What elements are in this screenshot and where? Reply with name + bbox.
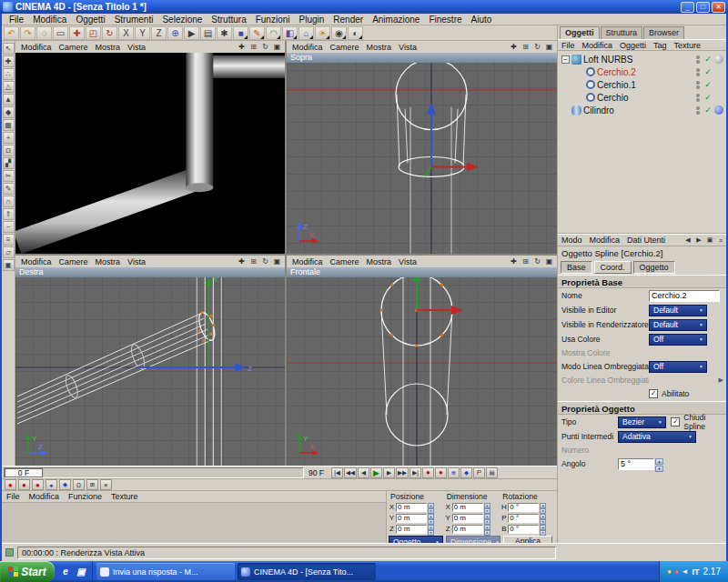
punti-intermedi-dropdown[interactable]: Adattiva bbox=[618, 431, 696, 443]
visibility-toggles[interactable] bbox=[696, 55, 700, 64]
menu-item[interactable]: Modifica bbox=[586, 236, 624, 245]
display-mode-icon[interactable]: ◐ bbox=[348, 26, 363, 40]
pan-view-icon[interactable]: ✚ bbox=[236, 256, 248, 266]
perspective-canvas[interactable] bbox=[15, 53, 285, 254]
record-parameter-icon[interactable]: P bbox=[473, 467, 485, 478]
pen-icon[interactable]: ✎ bbox=[3, 183, 15, 195]
render-view-icon[interactable]: ▶ bbox=[184, 26, 199, 40]
model-mode-icon[interactable]: ◆ bbox=[3, 106, 15, 118]
spinner[interactable]: ▲▼ bbox=[540, 525, 546, 534]
next-key-icon[interactable]: ▶▶ bbox=[396, 467, 409, 478]
rotation-input[interactable] bbox=[508, 503, 539, 512]
task-button[interactable]: Invia una risposta - M... bbox=[96, 563, 235, 580]
rect-selection-icon[interactable]: ▭ bbox=[53, 26, 68, 40]
menu-item[interactable]: Modo bbox=[558, 236, 586, 245]
menu-item[interactable]: Texture bbox=[106, 492, 143, 501]
front-view-canvas[interactable]: Frontale bbox=[287, 267, 557, 466]
axis-z-icon[interactable]: Z bbox=[151, 26, 167, 40]
visibility-toggles[interactable] bbox=[696, 94, 700, 102]
viewport-menu-item[interactable]: Camere bbox=[327, 43, 363, 52]
start-button[interactable]: Start bbox=[0, 561, 55, 582]
rotate-view-icon[interactable]: ↻ bbox=[259, 256, 271, 266]
viewport-menu-item[interactable]: Modifica bbox=[288, 43, 327, 52]
language-indicator[interactable]: IT bbox=[693, 567, 700, 577]
object-name[interactable]: Cerchio.1 bbox=[597, 80, 694, 90]
object-name[interactable]: Loft NURBS bbox=[583, 55, 694, 65]
add-modeling-icon[interactable]: ◧ bbox=[282, 26, 298, 40]
edges-mode-icon[interactable]: △ bbox=[3, 81, 15, 93]
history-back-icon[interactable]: ◀ bbox=[682, 236, 693, 246]
play-icon[interactable]: ▶ bbox=[370, 467, 382, 478]
points-mode-icon[interactable]: ∴ bbox=[3, 68, 15, 80]
add-spline-icon[interactable]: ✎ bbox=[249, 26, 265, 40]
tree-row[interactable]: Cerchio.2 ✓ bbox=[558, 65, 726, 78]
position-input[interactable] bbox=[396, 503, 427, 512]
add-cube-icon[interactable]: ■ bbox=[233, 26, 248, 40]
snap-icon[interactable]: ⊞ bbox=[86, 479, 98, 490]
camera-move-icon[interactable]: ✚ bbox=[3, 55, 15, 67]
rotation-input[interactable] bbox=[508, 514, 539, 523]
viewport-menu-item[interactable]: Camere bbox=[56, 43, 92, 52]
viewport-menu-item[interactable]: Modifica bbox=[17, 257, 56, 266]
zoom-view-icon[interactable]: ⊞ bbox=[248, 42, 259, 52]
viewport-menu-item[interactable]: Camere bbox=[56, 257, 92, 266]
rotation-input[interactable] bbox=[508, 525, 539, 534]
modo-linea-dropdown[interactable]: Off bbox=[649, 361, 707, 373]
goto-end-icon[interactable]: ▶| bbox=[410, 467, 421, 478]
menu-item[interactable]: Funzioni bbox=[251, 15, 295, 25]
magnet-small-icon[interactable]: Ω bbox=[73, 479, 85, 490]
viewport-menu-item[interactable]: Mostra bbox=[363, 43, 396, 52]
object-name[interactable]: Cerchio.2 bbox=[597, 67, 694, 77]
expand-arrow-icon[interactable]: ▶ bbox=[719, 376, 723, 384]
browser-toggle-icon[interactable]: ▤ bbox=[486, 467, 498, 478]
close-button[interactable]: ✕ bbox=[712, 2, 725, 13]
undo-icon[interactable]: ↶ bbox=[4, 26, 19, 40]
magnet-icon[interactable]: Ω bbox=[3, 145, 15, 156]
viewport-menu-item[interactable]: Mostra bbox=[363, 257, 396, 266]
update-icon[interactable]: ● bbox=[667, 568, 672, 576]
visibile-render-dropdown[interactable]: Default bbox=[649, 319, 707, 331]
viewport-menu-item[interactable]: Mostra bbox=[92, 43, 125, 52]
object-name[interactable]: Cilindro bbox=[583, 105, 694, 115]
menu-item[interactable]: Modifica bbox=[579, 41, 617, 50]
zoom-view-icon[interactable]: ⊞ bbox=[520, 42, 531, 52]
enable-check-icon[interactable]: ✓ bbox=[703, 80, 713, 89]
menu-item[interactable]: Selezione bbox=[157, 15, 207, 25]
enable-check-icon[interactable]: ✓ bbox=[703, 55, 713, 64]
menu-item[interactable]: File bbox=[2, 492, 25, 501]
visibility-toggles[interactable] bbox=[696, 81, 700, 89]
tree-row[interactable]: Cilindro ✓ bbox=[558, 104, 726, 116]
menu-item[interactable]: Strumenti bbox=[110, 15, 158, 25]
right-view-canvas[interactable]: Destra bbox=[15, 267, 285, 466]
menu-item[interactable]: Modifica bbox=[28, 15, 71, 25]
ie-icon[interactable]: e bbox=[59, 566, 72, 578]
expander-icon[interactable]: − bbox=[561, 55, 570, 64]
timeline-slider-handle[interactable]: 0 F bbox=[5, 468, 43, 477]
size-input[interactable] bbox=[452, 525, 483, 534]
menu-item[interactable]: Aiuto bbox=[467, 15, 497, 25]
tree-row[interactable]: − Loft NURBS ✓ bbox=[558, 53, 726, 65]
bridge-icon[interactable]: ∩ bbox=[3, 196, 15, 207]
select-arrow-icon[interactable]: ↖ bbox=[3, 43, 15, 55]
record-keyframe-icon[interactable]: ● bbox=[422, 467, 434, 478]
visibile-editor-dropdown[interactable]: Default bbox=[649, 305, 707, 316]
rotate-view-icon[interactable]: ↻ bbox=[259, 42, 271, 52]
visibility-toggles[interactable] bbox=[696, 106, 700, 115]
smooth-icon[interactable]: ~ bbox=[3, 221, 15, 233]
mirror-icon[interactable]: ▞ bbox=[3, 157, 15, 169]
abilitato-checkbox[interactable]: ✓ bbox=[649, 389, 658, 398]
tipo-dropdown[interactable]: Bezier bbox=[618, 416, 666, 428]
add-light-icon[interactable]: ☀ bbox=[315, 26, 330, 40]
enable-check-icon[interactable]: ✓ bbox=[703, 105, 713, 115]
zoom-view-icon[interactable]: ⊞ bbox=[248, 256, 259, 266]
scale-icon[interactable]: ◰ bbox=[86, 26, 101, 40]
minimize-button[interactable]: _ bbox=[681, 2, 694, 13]
attribute-tab[interactable]: Base bbox=[561, 261, 592, 274]
record-scale-icon[interactable]: ● bbox=[18, 479, 30, 490]
toggle-view-icon[interactable]: ▣ bbox=[271, 42, 283, 52]
redo-icon[interactable]: ↷ bbox=[20, 26, 35, 40]
top-view-canvas[interactable]: Sopra bbox=[287, 53, 557, 254]
manager-tab[interactable]: Oggetti bbox=[560, 26, 600, 39]
menu-item[interactable]: File bbox=[558, 41, 579, 50]
lock-icon[interactable]: ▣ bbox=[704, 236, 715, 246]
